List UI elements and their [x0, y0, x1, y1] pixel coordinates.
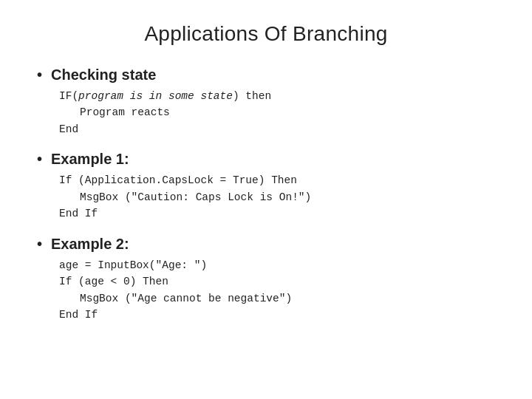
bullet-header-text: Checking state	[51, 66, 156, 83]
code-line: If (Application.CapsLock = True) Then	[59, 172, 495, 188]
code-line: Program reacts	[80, 104, 495, 120]
bullet-section-example-2: •Example 2:age = InputBox("Age: ")If (ag…	[37, 236, 495, 324]
code-line: End If	[59, 307, 495, 323]
code-line: MsgBox ("Caution: Caps Lock is On!")	[80, 189, 495, 205]
code-text: MsgBox ("Age cannot be negative")	[80, 293, 292, 304]
code-text: If (age < 0) Then	[59, 276, 168, 287]
bullet-header-text: Example 1:	[51, 151, 129, 168]
code-text: End If	[59, 208, 98, 219]
bullet-header-text: Example 2:	[51, 236, 129, 253]
content-area: •Checking stateIF(program is in some sta…	[37, 66, 495, 324]
bullet-section-checking-state: •Checking stateIF(program is in some sta…	[37, 66, 495, 137]
code-block-example-2: age = InputBox("Age: ")If (age < 0) Then…	[59, 257, 495, 324]
code-text: MsgBox ("Caution: Caps Lock is On!")	[80, 191, 311, 203]
slide-title: Applications Of Branching	[37, 22, 495, 46]
bullet-header-checking-state: •Checking state	[37, 66, 495, 83]
code-text: End If	[59, 309, 98, 321]
code-text: ) then	[233, 90, 271, 102]
code-italic: program is in some state	[78, 90, 233, 102]
code-text: age = InputBox("Age: ")	[59, 259, 207, 271]
bullet-header-example-1: •Example 1:	[37, 151, 495, 168]
code-text: If (Application.CapsLock = True) Then	[59, 174, 297, 186]
code-line: MsgBox ("Age cannot be negative")	[80, 290, 495, 307]
slide: Applications Of Branching •Checking stat…	[0, 0, 532, 399]
code-block-example-1: If (Application.CapsLock = True) ThenMsg…	[59, 172, 495, 222]
code-text: IF(	[59, 90, 78, 102]
code-line: End If	[59, 205, 495, 222]
code-line: End	[59, 121, 495, 137]
code-line: age = InputBox("Age: ")	[59, 257, 495, 273]
bullet-section-example-1: •Example 1:If (Application.CapsLock = Tr…	[37, 151, 495, 222]
code-line: IF(program is in some state) then	[59, 88, 495, 104]
bullet-dot: •	[37, 66, 42, 83]
bullet-dot: •	[37, 236, 42, 253]
code-text: Program reacts	[80, 106, 170, 118]
code-block-checking-state: IF(program is in some state) thenProgram…	[59, 88, 495, 137]
bullet-header-example-2: •Example 2:	[37, 236, 495, 253]
code-text: End	[59, 123, 78, 135]
bullet-dot: •	[37, 151, 42, 168]
code-line: If (age < 0) Then	[59, 273, 495, 290]
